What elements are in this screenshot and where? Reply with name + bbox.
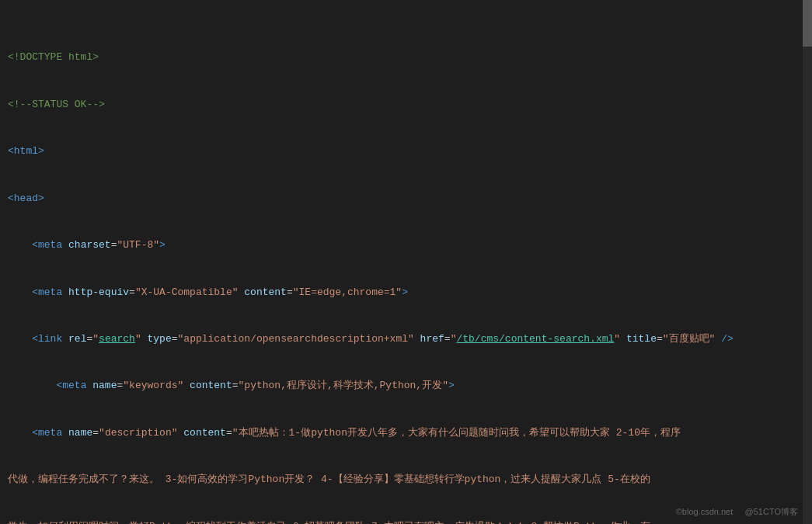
line-5: <meta charset="UTF-8"> [6, 238, 803, 253]
line-8: <meta name="keywords" content="python,程序… [6, 378, 803, 394]
line-7: <link rel="search" type="application/ope… [6, 331, 803, 347]
code-area: <!DOCTYPE html> <!--STATUS OK--> <html> … [0, 0, 803, 524]
watermark-text: ©blog.csdn.net @51CTO博客 [676, 507, 798, 516]
line-11: 学生，如何利用闲暇时间，学好Python编程找到工作养活自己 6-招募吧务团队 … [6, 519, 803, 524]
editor-container: <!DOCTYPE html> <!--STATUS OK--> <html> … [0, 0, 812, 524]
line-1: <!DOCTYPE html> [6, 50, 803, 65]
line-6: <meta http-equiv="X-UA-Compatible" conte… [6, 285, 803, 300]
line-9: <meta name="description" content="本吧热帖：1… [6, 425, 803, 441]
line-10: 代做，编程任务完成不了？来这。 3-如何高效的学习Python开发？ 4-【经验… [6, 472, 803, 488]
scrollbar-track[interactable] [803, 0, 812, 524]
line-3: <html> [6, 144, 803, 159]
scrollbar-thumb[interactable] [803, 0, 812, 47]
line-2: <!--STATUS OK--> [6, 97, 803, 113]
watermark: ©blog.csdn.net @51CTO博客 [676, 506, 798, 518]
line-4: <head> [6, 191, 803, 206]
